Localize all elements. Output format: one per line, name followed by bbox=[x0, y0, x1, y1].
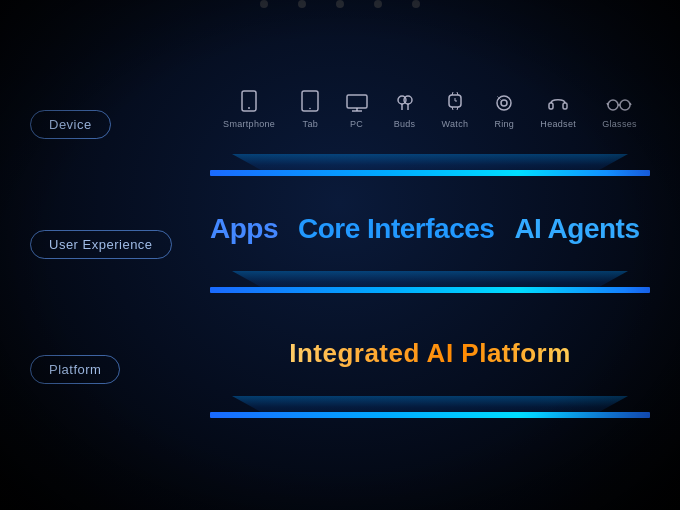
device-icon-tab: Tab bbox=[301, 90, 319, 129]
ring-label: Ring bbox=[494, 119, 514, 129]
stage-lights bbox=[260, 0, 420, 8]
svg-line-26 bbox=[607, 103, 608, 105]
spot-2 bbox=[298, 0, 306, 8]
platform-shelf bbox=[210, 390, 650, 418]
svg-point-23 bbox=[608, 100, 618, 110]
watch-icon bbox=[447, 90, 463, 115]
spot-5 bbox=[412, 0, 420, 8]
buds-label: Buds bbox=[394, 119, 416, 129]
ux-content: Apps Core Interfaces AI Agents bbox=[210, 213, 650, 245]
glasses-label: Glasses bbox=[602, 119, 637, 129]
svg-point-19 bbox=[501, 100, 507, 106]
presentation-screen: Device Smartphone Tab bbox=[0, 0, 680, 510]
ux-label: User Experience bbox=[30, 230, 172, 259]
platform-title: Integrated AI Platform bbox=[289, 338, 571, 369]
device-icon-watch: Watch bbox=[442, 90, 469, 129]
smartphone-label: Smartphone bbox=[223, 119, 275, 129]
ux-ai-text: AI Agents bbox=[514, 213, 639, 245]
svg-point-8 bbox=[404, 96, 412, 104]
device-icon-ring: Ring bbox=[494, 94, 514, 129]
spot-4 bbox=[374, 0, 382, 8]
spot-3 bbox=[336, 0, 344, 8]
glasses-icon bbox=[606, 97, 632, 115]
ux-core-text: Core Interfaces bbox=[298, 213, 494, 245]
device-shelf-top bbox=[210, 170, 650, 176]
headset-icon bbox=[548, 94, 568, 115]
buds-icon bbox=[397, 92, 413, 115]
ring-icon bbox=[495, 94, 513, 115]
svg-rect-21 bbox=[549, 103, 553, 109]
headset-label: Headset bbox=[540, 119, 576, 129]
pc-label: PC bbox=[350, 119, 363, 129]
device-icon-smartphone: Smartphone bbox=[223, 90, 275, 129]
svg-point-1 bbox=[248, 107, 250, 109]
ux-shelf bbox=[210, 265, 650, 293]
watch-label: Watch bbox=[442, 119, 469, 129]
svg-line-27 bbox=[630, 103, 631, 105]
device-icon-pc: PC bbox=[346, 94, 368, 129]
tab-label: Tab bbox=[303, 119, 318, 129]
svg-point-24 bbox=[620, 100, 630, 110]
ux-apps-text: Apps bbox=[210, 213, 278, 245]
svg-rect-4 bbox=[347, 95, 367, 108]
ux-shelf-top bbox=[210, 287, 650, 293]
device-shelf bbox=[210, 148, 650, 176]
svg-point-3 bbox=[310, 108, 312, 110]
device-icons-area: Smartphone Tab PC bbox=[210, 90, 650, 137]
device-icon-headset: Headset bbox=[540, 94, 576, 129]
pc-icon bbox=[346, 94, 368, 115]
platform-shelf-top bbox=[210, 412, 650, 418]
device-label: Device bbox=[30, 110, 111, 139]
spot-1 bbox=[260, 0, 268, 8]
tab-icon bbox=[301, 90, 319, 115]
svg-rect-22 bbox=[563, 103, 567, 109]
platform-content: Integrated AI Platform bbox=[210, 338, 650, 369]
device-icon-glasses: Glasses bbox=[602, 97, 637, 129]
smartphone-icon bbox=[241, 90, 257, 115]
device-icon-buds: Buds bbox=[394, 92, 416, 129]
platform-label: Platform bbox=[30, 355, 120, 384]
